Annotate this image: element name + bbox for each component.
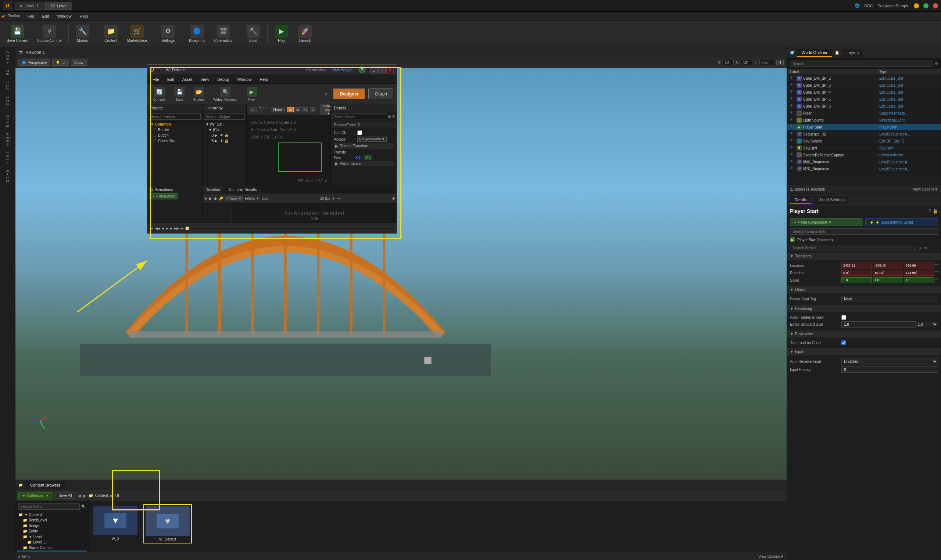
cinematics-side-btn[interactable]: Cinemati (0, 94, 15, 111)
we-minimize-button[interactable]: _ (370, 66, 378, 74)
outliner-item-flaw-sequence[interactable]: 👁 🎬 破绽_Sequence LevelSequenceA... (787, 166, 941, 172)
scrub-prev-frame[interactable]: ◀◀ (155, 226, 160, 230)
fps-dropdown-icon[interactable]: ▼ (332, 197, 335, 200)
scale-reset-icon[interactable]: ↩ (935, 277, 938, 283)
timeline-scrub-bar[interactable] (191, 228, 394, 229)
launch-button[interactable]: 🚀 Launch (294, 23, 316, 44)
settings-button[interactable]: ⚙ Settings (157, 23, 179, 44)
timeline-record-btn[interactable]: ⏺ (214, 197, 217, 200)
hierarchy-item-wdef[interactable]: ▼ [W_Def... (202, 122, 246, 127)
replication-section-header[interactable]: ▼ Replication (787, 331, 941, 337)
we-menu-view[interactable]: View (197, 76, 213, 82)
eye-icon[interactable]: 👁 (790, 152, 795, 157)
play-button[interactable]: ▶ Play (270, 23, 293, 44)
lock-icon[interactable]: 🔒 (933, 209, 938, 214)
content-browser-tab[interactable]: Content Browser (26, 482, 65, 489)
we-details-grid-btn[interactable]: ⊞ (388, 115, 391, 118)
pivot-y-value[interactable]: Y 0 (364, 155, 372, 160)
scale-x-input[interactable]: 1.0 (841, 277, 872, 283)
we-browse-button[interactable]: 📂 Browse (190, 85, 207, 103)
outliner-item-cube3[interactable]: 👁 🔷 Cube_DM_BP_3 Edit Cube_DM (787, 82, 941, 89)
canvas-fit-btn[interactable]: ⌂ (250, 107, 257, 112)
marketplace-button[interactable]: 🛒 Marketplace (123, 23, 151, 44)
folder-bomblevel[interactable]: 📁BombLevel (17, 517, 87, 523)
eye-icon[interactable]: 👁 (790, 103, 795, 109)
we-close-button[interactable]: ✕ (386, 66, 394, 74)
we-menu-help[interactable]: Help (256, 76, 272, 82)
component-item-playerstart[interactable]: ▶ Player Start(Instance) (787, 236, 941, 243)
breadcrumb-content[interactable]: Content (95, 494, 108, 498)
perspective-btn[interactable]: 🔷 Perspective (19, 60, 50, 66)
details-tab[interactable]: Details (790, 196, 811, 204)
tab-level[interactable]: 🗺 Level (45, 2, 72, 10)
asset-wdefault[interactable]: ♥ W_Default (143, 504, 192, 543)
viewport-content[interactable]: X Y Z (15, 68, 787, 479)
pivot-x-value[interactable]: X 0 (353, 155, 363, 160)
folder-level[interactable]: 📁▼ Level (17, 534, 87, 540)
we-menu-asset[interactable]: Asset (179, 76, 196, 82)
maximize-button[interactable] (923, 3, 929, 8)
transform-section-header[interactable]: ▼ Transform (787, 253, 941, 260)
menu-help[interactable]: Help (76, 13, 92, 19)
details-grid-icon[interactable]: ⊞ (919, 246, 921, 250)
rotation-y-input[interactable]: 10.13° (873, 270, 903, 276)
we-details-search-input[interactable] (332, 114, 387, 119)
scrub-next-btn[interactable]: ⏭ (180, 226, 184, 230)
we-designer-button[interactable]: Designer (333, 89, 365, 100)
we-maximize-button[interactable]: □ (378, 66, 386, 74)
outliner-item-playerstart[interactable]: 👁 ▶ Player Start PlayerStart (787, 124, 941, 131)
lock-icon-hier[interactable]: 🔒 (224, 133, 228, 137)
show-btn[interactable]: Show (71, 60, 87, 66)
asset-w2[interactable]: ♥ W_2 (92, 504, 139, 542)
folder-content[interactable]: 📁▼ Content (17, 512, 87, 517)
menu-file[interactable]: File (24, 13, 38, 19)
folder-ui[interactable]: 📁UI (17, 551, 87, 552)
actor-hidden-checkbox[interactable] (841, 315, 846, 320)
rotation-z-input[interactable]: 174.96° (904, 270, 934, 276)
outliner-item-skylight[interactable]: 👁 💡 SkyLight SkyLight (787, 145, 941, 152)
search-components-input[interactable] (790, 228, 938, 235)
track-add-btn[interactable]: + Track ▼ (225, 196, 243, 201)
viewport-tab[interactable]: 📷 Viewport 1 (15, 47, 787, 57)
scale-input[interactable] (759, 60, 774, 65)
we-widget-reflector-button[interactable]: 🔍 Widget Reflector (210, 85, 241, 103)
we-help-button[interactable]: ? (358, 66, 366, 74)
location-y-input[interactable]: -305.43 (873, 263, 903, 268)
scrub-next-key[interactable]: ▶ (170, 226, 173, 230)
help-icon[interactable]: ? (929, 209, 931, 214)
canvas-align-1[interactable]: ⊞ (287, 107, 294, 112)
folder-level1[interactable]: 📁Level_1 (17, 540, 87, 545)
timeline-key-btn[interactable]: 🔑 (219, 197, 223, 200)
source-control-button[interactable]: ⑂ Source Control (34, 23, 65, 44)
search-details-input[interactable] (790, 245, 916, 251)
hierarchy-search-input[interactable] (204, 114, 245, 120)
location-z-input[interactable]: 366.09 (904, 263, 934, 268)
scale-z-input[interactable]: 1.0 (904, 277, 934, 283)
we-render-transform-header[interactable]: ▶ Render Transform (334, 143, 394, 149)
input-priority-value[interactable]: 0 (841, 366, 938, 373)
scrub-play-btn[interactable]: ▶ (166, 226, 168, 230)
eye-icon[interactable]: 👁 (790, 131, 795, 137)
palette-search-input[interactable] (149, 114, 201, 120)
canvas-area[interactable]: ⌂ Zoom -4 None ⊞ ⊞ R 4 Screen Size ▼ Fil (247, 104, 330, 186)
lights-btn[interactable]: Lights (0, 78, 15, 93)
we-menu-edit[interactable]: Edit (164, 76, 178, 82)
eye-icon[interactable]: 👁 (790, 111, 795, 116)
palette-item-button[interactable]: Button (147, 132, 202, 138)
we-graph-button[interactable]: Graph (368, 89, 394, 100)
canvas-none-btn[interactable]: None (271, 107, 285, 112)
we-details-eye-btn[interactable]: 👁 (392, 115, 395, 118)
auto-receive-select[interactable]: Disabled (841, 358, 938, 365)
folder-startercontent[interactable]: 📁StarterContent (17, 545, 87, 551)
view-options-btn[interactable]: View Options▼ (758, 554, 784, 558)
menu-window[interactable]: Window (54, 13, 76, 19)
tab-level1[interactable]: Level_1 (15, 2, 45, 10)
object-section-header[interactable]: ▼ Object (787, 286, 941, 293)
palette-common-section[interactable]: ▼ Common (147, 122, 202, 127)
we-compile-button[interactable]: 🔄 Compile (150, 85, 168, 103)
eye-icon[interactable]: 👁 (790, 97, 795, 102)
timeline-play-btn[interactable]: ▶ (209, 197, 212, 200)
outliner-item-cube6[interactable]: 👁 🔷 Cube_DM_BP_6 Edit Cube_DM (787, 103, 941, 110)
eye-icon[interactable]: 👁 (790, 75, 795, 81)
we-menu-window[interactable]: Window (233, 76, 255, 82)
